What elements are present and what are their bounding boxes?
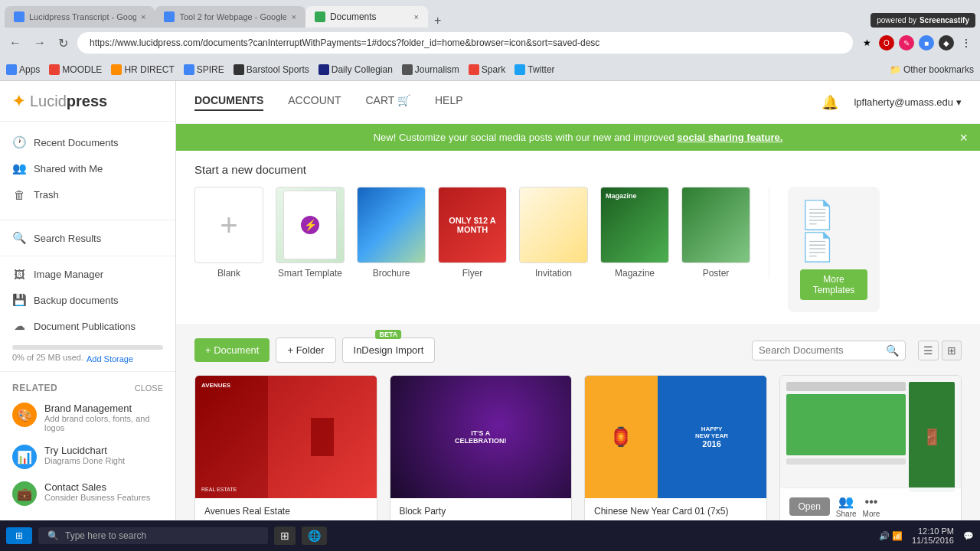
bookmark-spire[interactable]: SPIRE [184,64,224,75]
taskbar-apps-button[interactable]: ⊞ [274,527,296,545]
taskbar-search[interactable]: 🔍 Type here to search [38,527,268,544]
bookmark-star-icon[interactable]: ★ [859,35,874,51]
bookmark-hrdirect[interactable]: HR DIRECT [111,64,174,75]
related-item-sales[interactable]: 💼 Contact Sales Consider Business Featur… [0,475,175,512]
document-card-real-estate[interactable]: 🚪 Open 👥 Share ••• More [779,375,962,525]
bookmark-twitter[interactable]: Twitter [514,64,554,75]
moodle-label: MOODLE [62,64,102,75]
avenues-thumbnail: AVENUES REAL ESTATE [195,376,377,498]
more-templates-card[interactable]: 📄📄 More Templates [788,187,880,312]
sidebar-item-trash[interactable]: 🗑 Trash [0,181,175,207]
notification-center-icon[interactable]: 💬 [963,531,974,541]
ext-icon1[interactable]: ■ [919,35,934,51]
browser-tab-3[interactable]: Documents × [305,6,428,28]
add-storage-link[interactable]: Add Storage [87,354,133,364]
nav-documents[interactable]: DOCUMENTS [194,94,263,111]
trash-icon: 🗑 [12,187,26,201]
sidebar-item-shared[interactable]: 👥 Shared with Me [0,155,175,181]
related-item-lucidchart[interactable]: 📊 Try Lucidchart Diagrams Done Right [0,439,175,475]
template-magazine[interactable]: Magazine Magazine [600,187,669,279]
tab2-close[interactable]: × [291,12,296,21]
taskbar: ⊞ 🔍 Type here to search ⊞ 🌐 🔊 📶 12:10 PM… [0,520,980,551]
brand-icon: 🎨 [12,403,37,427]
add-folder-button[interactable]: + Folder [276,337,335,363]
sidebar-item-backup[interactable]: 💾 Backup documents [0,287,175,313]
start-button[interactable]: ⊞ [6,527,32,544]
open-document-button[interactable]: Open [789,497,830,516]
real-estate-thumbnail: 🚪 [780,376,962,498]
tray-icons: 🔊 📶 [879,531,903,541]
add-document-button[interactable]: + Document [194,338,270,362]
bookmark-apps[interactable]: Apps [6,64,40,75]
related-close-button[interactable]: CLOSE [135,383,163,393]
sidebar-divider-1 [0,220,175,220]
nav-cart[interactable]: CART 🛒 [365,94,410,111]
top-navigation: DOCUMENTS ACCOUNT CART 🛒 HELP 🔔 lpflaher… [176,81,980,124]
list-view-button[interactable]: ☰ [918,341,939,360]
documents-area: + Document + Folder BETA InDesign Import… [176,325,980,537]
back-button[interactable]: ← [6,34,24,51]
document-card-avenues[interactable]: AVENUES REAL ESTATE Avenues Real Estate [194,375,377,525]
opera-icon[interactable]: O [879,35,894,51]
nav-account[interactable]: ACCOUNT [288,94,341,111]
template-invitation[interactable]: Invitation [519,187,588,279]
bookmark-daily-collegian[interactable]: Daily Collegian [318,64,393,75]
sidebar-item-image-manager[interactable]: 🖼 Image Manager [0,261,175,287]
new-tab-button[interactable]: + [428,14,447,28]
search-icon: 🔍 [12,231,26,245]
sidebar-item-search[interactable]: 🔍 Search Results [0,225,175,251]
tab1-close[interactable]: × [141,12,145,21]
edit-icon[interactable]: ✎ [899,35,914,51]
bookmark-barstool[interactable]: Barstool Sports [234,64,309,75]
flyer-thumb: ONLY $12 A MONTH [438,187,507,263]
template-brochure[interactable]: Brochure [357,187,426,279]
taskbar-chrome-button[interactable]: 🌐 [302,527,327,545]
more-document-button[interactable]: ••• More [863,495,880,518]
social-sharing-link[interactable]: social sharing feature. [677,132,782,143]
menu-icon[interactable]: ⋮ [959,35,974,51]
related-item-brand[interactable]: 🎨 Brand Management Add brand colors, fon… [0,396,175,439]
search-documents-input[interactable] [759,344,881,356]
lucidpress-logo[interactable]: ✦ Lucidpress [12,92,163,110]
spire-favicon [184,64,194,75]
flyer-label: Flyer [462,268,483,279]
announcement-text: New! Customize your social media posts w… [374,132,678,143]
bookmark-spark[interactable]: Spark [469,64,505,75]
sales-sub: Consider Business Features [44,493,163,502]
user-account-button[interactable]: lpflaherty@umass.edu ▾ [854,96,962,108]
document-card-block-party[interactable]: IT'S A CELEBRATION! Block Party [390,375,573,525]
share-icon: 👥 [838,494,854,509]
address-bar[interactable] [77,32,853,54]
template-blank[interactable]: + Blank [194,187,263,279]
sidebar-item-publications[interactable]: ☁ Document Publications [0,313,175,339]
ext-icon2[interactable]: ◆ [939,35,954,51]
search-taskbar-icon: 🔍 [47,530,59,541]
tab3-close[interactable]: × [413,12,418,21]
logo-area: ✦ Lucidpress [0,81,175,122]
notification-bell-button[interactable]: 🔔 [822,94,838,111]
bookmark-journalism[interactable]: Journalism [402,64,459,75]
template-flyer[interactable]: ONLY $12 A MONTH Flyer [438,187,507,279]
taskbar-search-text: Type here to search [65,530,146,541]
clock-icon: 🕐 [12,135,26,149]
sidebar-item-recent[interactable]: 🕐 Recent Documents [0,129,175,155]
template-smart[interactable]: ⚡ Smart Template [276,187,345,279]
time-display: 12:10 PM [912,527,954,536]
collegian-favicon [318,64,329,75]
nav-help[interactable]: HELP [435,94,463,111]
indesign-import-button[interactable]: InDesign Import [342,337,436,363]
share-document-button[interactable]: 👥 Share [836,494,857,518]
template-poster[interactable]: Poster [681,187,750,279]
other-bookmarks[interactable]: 📁 Other bookmarks [890,64,974,75]
reload-button[interactable]: ↻ [55,34,71,52]
more-templates-button[interactable]: More Templates [800,269,867,300]
bookmark-moodle[interactable]: MOODLE [49,64,102,75]
announcement-close-button[interactable]: × [959,129,968,145]
forward-button[interactable]: → [31,34,49,51]
document-card-chinese-ny[interactable]: 🏮 HAPPYNEW YEAR2016 Chinese New Year Car… [584,375,767,525]
browser-tab-2[interactable]: Tool 2 for Webpage - Google Do... × [155,6,305,28]
browser-tab-1[interactable]: Lucidpress Transcript - Google D... × [5,6,155,28]
grid-view-button[interactable]: ⊞ [942,341,962,360]
announcement-banner: New! Customize your social media posts w… [176,124,980,151]
real-estate-card-actions: Open 👥 Share ••• More [780,487,962,524]
